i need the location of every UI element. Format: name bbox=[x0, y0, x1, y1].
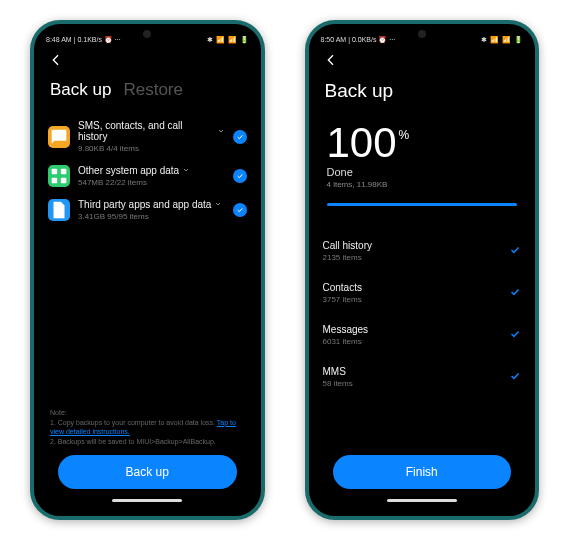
result-item-callhistory: Call history 2135 items bbox=[323, 230, 522, 272]
back-arrow-icon[interactable] bbox=[48, 54, 64, 71]
svg-rect-1 bbox=[61, 169, 67, 175]
category-title: Third party apps and app data bbox=[78, 199, 211, 210]
file-icon bbox=[48, 199, 70, 221]
back-row bbox=[309, 48, 536, 80]
back-row bbox=[34, 48, 261, 80]
note-block: Note: 1. Copy backups to your computer t… bbox=[48, 408, 247, 455]
battery-icon: 🔋 bbox=[240, 36, 249, 44]
note-line1a: 1. Copy backups to your computer to avoi… bbox=[50, 419, 217, 426]
bluetooth-icon: ✱ bbox=[481, 36, 487, 44]
phone-left: 8:48 AM | 0.1KB/s ⏰ ··· ✱ 📶 📶 🔋 Back up … bbox=[30, 20, 265, 520]
alarm-icon: ⏰ bbox=[104, 36, 113, 43]
tab-restore[interactable]: Restore bbox=[123, 80, 183, 100]
result-item-mms: MMS 58 items bbox=[323, 356, 522, 398]
back-arrow-icon[interactable] bbox=[323, 54, 339, 71]
result-item-contacts: Contacts 3757 items bbox=[323, 272, 522, 314]
check-icon bbox=[509, 242, 521, 260]
done-sub: 4 items, 11.98KB bbox=[327, 180, 518, 189]
svg-rect-0 bbox=[52, 169, 58, 175]
content-area: SMS, contacts, and call history 9.80KB 4… bbox=[34, 114, 261, 493]
result-sub: 58 items bbox=[323, 379, 510, 388]
content-area: 100 % Done 4 items, 11.98KB Call history… bbox=[309, 116, 536, 493]
category-sms[interactable]: SMS, contacts, and call history 9.80KB 4… bbox=[48, 114, 247, 159]
finish-button[interactable]: Finish bbox=[333, 455, 512, 489]
backup-button[interactable]: Back up bbox=[58, 455, 237, 489]
result-sub: 6031 items bbox=[323, 337, 510, 346]
camera-notch bbox=[418, 30, 426, 38]
done-label: Done bbox=[327, 166, 518, 178]
chevron-down-icon[interactable] bbox=[182, 165, 190, 176]
note-line2: 2. Backups will be saved to MIUI>Backup>… bbox=[50, 437, 245, 447]
check-icon bbox=[509, 326, 521, 344]
check-icon bbox=[509, 368, 521, 386]
percent-block: 100 % Done 4 items, 11.98KB bbox=[323, 116, 522, 220]
result-title: Contacts bbox=[323, 282, 510, 293]
result-title: Messages bbox=[323, 324, 510, 335]
category-sub: 547MB 22/22 items bbox=[78, 178, 225, 187]
check-icon[interactable] bbox=[233, 130, 247, 144]
progress-bar bbox=[327, 203, 518, 206]
tab-backup[interactable]: Back up bbox=[50, 80, 111, 100]
home-indicator[interactable] bbox=[387, 499, 457, 502]
status-right: ✱ 📶 📶 🔋 bbox=[207, 36, 249, 44]
result-list: Call history 2135 items Contacts 3757 it… bbox=[323, 230, 522, 398]
percent-number: 100 bbox=[327, 122, 397, 164]
bluetooth-icon: ✱ bbox=[207, 36, 213, 44]
svg-rect-3 bbox=[61, 178, 67, 184]
alarm-icon: ⏰ bbox=[378, 36, 387, 43]
chevron-down-icon[interactable] bbox=[214, 199, 222, 210]
title-row: Back up bbox=[309, 80, 536, 116]
signal-icon: 📶 bbox=[228, 36, 237, 44]
signal-icon: 📶 bbox=[216, 36, 225, 44]
category-title: Other system app data bbox=[78, 165, 179, 176]
page-title: Back up bbox=[325, 80, 394, 102]
tab-row: Back up Restore bbox=[34, 80, 261, 114]
status-left: 8:50 AM | 0.0KB/s ⏰ ··· bbox=[321, 36, 396, 44]
svg-rect-2 bbox=[52, 178, 58, 184]
apps-icon bbox=[48, 165, 70, 187]
note-heading: Note: bbox=[50, 408, 245, 418]
category-text: Third party apps and app data 3.41GB 95/… bbox=[78, 199, 225, 221]
category-system[interactable]: Other system app data 547MB 22/22 items bbox=[48, 159, 247, 193]
chevron-down-icon[interactable] bbox=[217, 126, 225, 137]
status-time: 8:50 AM bbox=[321, 36, 347, 43]
category-sub: 3.41GB 95/95 items bbox=[78, 212, 225, 221]
status-left: 8:48 AM | 0.1KB/s ⏰ ··· bbox=[46, 36, 121, 44]
check-icon[interactable] bbox=[233, 169, 247, 183]
result-sub: 2135 items bbox=[323, 253, 510, 262]
category-thirdparty[interactable]: Third party apps and app data 3.41GB 95/… bbox=[48, 193, 247, 227]
check-icon[interactable] bbox=[233, 203, 247, 217]
result-item-messages: Messages 6031 items bbox=[323, 314, 522, 356]
battery-icon: 🔋 bbox=[514, 36, 523, 44]
sms-icon bbox=[48, 126, 70, 148]
phone-right: 8:50 AM | 0.0KB/s ⏰ ··· ✱ 📶 📶 🔋 Back up … bbox=[305, 20, 540, 520]
signal-icon: 📶 bbox=[502, 36, 511, 44]
status-speed: 0.0KB/s bbox=[352, 36, 377, 43]
home-indicator[interactable] bbox=[112, 499, 182, 502]
status-time: 8:48 AM bbox=[46, 36, 72, 43]
result-title: MMS bbox=[323, 366, 510, 377]
category-text: Other system app data 547MB 22/22 items bbox=[78, 165, 225, 187]
signal-icon: 📶 bbox=[490, 36, 499, 44]
percent-symbol: % bbox=[399, 128, 410, 142]
category-sub: 9.80KB 4/4 items bbox=[78, 144, 225, 153]
category-text: SMS, contacts, and call history 9.80KB 4… bbox=[78, 120, 225, 153]
camera-notch bbox=[143, 30, 151, 38]
status-right: ✱ 📶 📶 🔋 bbox=[481, 36, 523, 44]
result-title: Call history bbox=[323, 240, 510, 251]
category-title: SMS, contacts, and call history bbox=[78, 120, 214, 142]
check-icon bbox=[509, 284, 521, 302]
status-speed: 0.1KB/s bbox=[77, 36, 102, 43]
result-sub: 3757 items bbox=[323, 295, 510, 304]
